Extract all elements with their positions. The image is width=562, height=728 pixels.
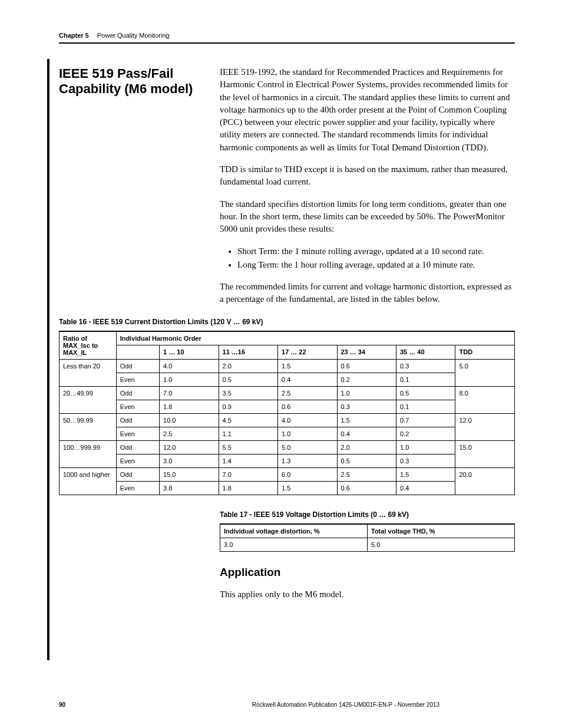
td: Odd (116, 359, 159, 373)
td-tdd: 15.0 (455, 440, 515, 467)
td: 0.2 (396, 427, 455, 440)
td: 1.5 (278, 359, 337, 373)
td: Odd (116, 386, 159, 400)
table17-caption: Table 17 - IEEE 519 Voltage Distortion L… (220, 510, 515, 519)
th: 35 … 40 (396, 345, 455, 360)
td: Odd (116, 440, 159, 454)
td: Odd (116, 413, 159, 427)
td: 1.8 (160, 400, 219, 413)
th: 11 …16 (219, 345, 277, 360)
paragraph: The recommended limits for current and v… (220, 281, 515, 306)
td: 4.5 (219, 413, 277, 427)
chapter-title: Power Quality Monitoring (97, 32, 170, 39)
td: 4.0 (278, 413, 337, 427)
td: 7.0 (160, 386, 219, 400)
td: 0.3 (337, 400, 396, 413)
td-ratio: 1000 and higher (59, 467, 117, 495)
td: 1.0 (278, 427, 337, 440)
td: 1.5 (337, 413, 396, 427)
td: 10.0 (160, 413, 219, 427)
th: 23 … 34 (337, 345, 396, 360)
th-ratio: Ratio of MAX_Isc to MAX_IL (59, 331, 117, 360)
td: 1.5 (396, 467, 455, 481)
table16-caption: Table 16 - IEEE 519 Current Distortion L… (59, 318, 515, 326)
td: Even (116, 427, 159, 440)
td: Even (116, 454, 159, 467)
td-tdd: 5.0 (455, 359, 515, 386)
td: 5.0 (278, 440, 337, 454)
td: 1.5 (278, 481, 337, 495)
th: 1 … 10 (160, 345, 219, 360)
td: 3.0 (160, 454, 219, 467)
intro-column: IEEE 519-1992, the standard for Recommen… (220, 66, 515, 315)
th-order: Individual Harmonic Order (116, 331, 514, 345)
td: 0.6 (337, 481, 396, 495)
table16: Ratio of MAX_Isc to MAX_IL Individual Ha… (59, 331, 515, 495)
td-ratio: 50…99.99 (59, 413, 117, 440)
td: 0.3 (396, 454, 455, 467)
td: Even (116, 481, 159, 495)
td: 0.1 (396, 400, 455, 413)
td: 0.6 (337, 359, 396, 373)
td: 0.3 (396, 359, 455, 373)
th-blank (116, 345, 159, 360)
td: 5.5 (219, 440, 277, 454)
td: 1.0 (160, 373, 219, 386)
td: 1.0 (396, 440, 455, 454)
td: 2.0 (219, 359, 277, 373)
td: Even (116, 400, 159, 413)
td: 7.0 (219, 467, 277, 481)
td: 3.5 (219, 386, 277, 400)
td: 1.0 (337, 386, 396, 400)
chapter-label: Chapter 5 (59, 32, 89, 39)
td: 3.8 (160, 481, 219, 495)
td: 1.8 (219, 481, 277, 495)
td: 15.0 (160, 467, 219, 481)
td: 0.4 (337, 427, 396, 440)
th: TDD (455, 345, 515, 360)
td: 4.0 (160, 359, 219, 373)
td: 5.0 (368, 538, 515, 551)
indented-block: Table 17 - IEEE 519 Voltage Distortion L… (220, 510, 515, 601)
td: 2.0 (337, 440, 396, 454)
page-footer: 90 Rockwell Automation Publication 1426-… (59, 701, 515, 708)
left-margin-rule (47, 59, 49, 660)
th: Individual voltage distortion, % (220, 524, 368, 538)
paragraph: TDD is similar to THD except it is based… (220, 163, 515, 189)
td: 0.5 (396, 386, 455, 400)
td: 1.1 (219, 427, 277, 440)
td: 0.1 (396, 373, 455, 386)
td: 1.4 (219, 454, 277, 467)
table17: Individual voltage distortion, % Total v… (220, 523, 515, 552)
td: 6.0 (278, 467, 337, 481)
paragraph: This applies only to the M6 model. (220, 588, 515, 601)
paragraph: IEEE 519-1992, the standard for Recommen… (220, 66, 515, 154)
td: 12.0 (160, 440, 219, 454)
section-header-row: IEEE 519 Pass/Fail Capability (M6 model)… (59, 66, 515, 315)
page-number: 90 (59, 701, 177, 708)
td-tdd: 8.0 (455, 386, 515, 413)
td: 1.3 (278, 454, 337, 467)
section-title: IEEE 519 Pass/Fail Capability (M6 model) (59, 66, 203, 97)
th: Total voltage THD, % (368, 524, 515, 538)
th: 17 … 22 (278, 345, 337, 360)
bullet-list: Short Term: the 1 minute rolling average… (237, 245, 515, 272)
td-tdd: 20.0 (455, 467, 515, 495)
td: 0.9 (219, 400, 277, 413)
running-header: Chapter 5 Power Quality Monitoring (59, 32, 515, 44)
publication-line: Rockwell Automation Publication 1426-UM0… (177, 701, 515, 708)
td: 0.2 (337, 373, 396, 386)
td-ratio: 20…49.99 (59, 386, 117, 413)
td-ratio: 100…999.99 (59, 440, 117, 467)
td: 0.5 (219, 373, 277, 386)
td: 0.4 (278, 373, 337, 386)
list-item: Short Term: the 1 minute rolling average… (237, 245, 515, 258)
application-heading: Application (220, 566, 515, 579)
list-item: Long Term: the 1 hour rolling average, u… (237, 259, 515, 271)
td-ratio: Less than 20 (59, 359, 117, 386)
td: 2.5 (337, 467, 396, 481)
td: 0.7 (396, 413, 455, 427)
td: 2.5 (160, 427, 219, 440)
td: Even (116, 373, 159, 386)
td: 0.5 (337, 454, 396, 467)
